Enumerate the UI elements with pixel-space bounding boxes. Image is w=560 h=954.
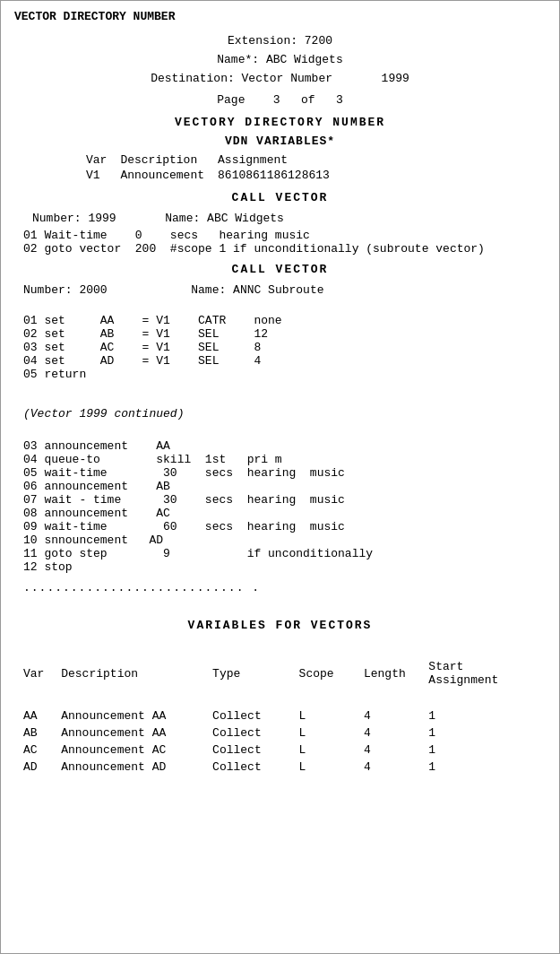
cv1-line-1: 01 Wait-time 0 secs hearing music: [23, 229, 546, 242]
cv2-name-value: ANNC Subroute: [233, 283, 323, 297]
vars-header-scope: Scope: [299, 658, 364, 690]
vars-type-ac: Collect: [212, 742, 299, 759]
cv2-number-label: Number:: [23, 283, 73, 297]
vars-row-ac: AC Announcement AC Collect L 4 1: [23, 742, 537, 759]
cv-cont-line-9: 11 goto step 9 if unconditionally: [23, 547, 546, 560]
cv-cont-line-5: 07 wait - time 30 secs hearing music: [23, 493, 546, 507]
cv-cont-line-7: 09 wait-time 60 secs hearing music: [23, 520, 546, 533]
header-info: Extension: 7200 Name*: ABC Widgets Desti…: [14, 32, 546, 88]
vars-var-aa: AA: [23, 707, 61, 724]
vars-length-aa: 4: [364, 707, 428, 724]
cv-cont-line-8: 10 snnouncement AD: [23, 533, 546, 547]
vdn-var-1: V1: [86, 169, 120, 184]
vars-type-aa: Collect: [212, 707, 299, 724]
vdn-desc-1: Announcement: [120, 169, 218, 184]
cv1-name-value: ABC Widgets: [207, 212, 284, 225]
vars-spacer-row: [23, 690, 537, 707]
vars-row-ab: AB Announcement AA Collect L 4 1: [23, 724, 537, 742]
vars-scope-aa: L: [299, 707, 364, 724]
call-vector-title-2: CALL VECTOR: [14, 263, 546, 276]
vars-start-ac: 1: [428, 742, 537, 759]
cv1-number-value: 1999: [88, 212, 116, 225]
cv2-line-5: 05 return: [23, 368, 546, 381]
call-vector-title-1: CALL VECTOR: [14, 191, 546, 204]
cv-cont-line-2: 04 queue-to skill 1st pri m: [23, 453, 546, 466]
cv-cont-line-6: 08 announcement AC: [23, 507, 546, 520]
vars-desc-ad: Announcement AD: [61, 759, 212, 776]
vars-scope-ad: L: [299, 759, 364, 776]
vdn-assign-1: 8610861186128613: [218, 169, 343, 184]
cv-continued-lines: 03 announcement AA 04 queue-to skill 1st…: [14, 439, 546, 574]
vars-desc-aa: Announcement AA: [61, 707, 212, 724]
cv2-number-value: 2000: [79, 283, 107, 297]
vdn-header-desc: Description: [120, 153, 218, 169]
vector-continued: (Vector 1999 continued): [23, 407, 537, 421]
section1-title: VECTORY DIRECTORY NUMBER: [14, 116, 546, 129]
name-line: Name*: ABC Widgets: [14, 51, 546, 70]
vars-var-ac: AC: [23, 742, 61, 759]
vars-header-start: Start Assignment: [428, 658, 537, 690]
cv-cont-line-10: 12 stop: [23, 560, 546, 574]
cv2-line-4: 04 set AD = V1 SEL 4: [23, 354, 546, 368]
page-current: 3: [273, 93, 280, 107]
vars-header-desc: Description: [61, 658, 212, 690]
call-vector-2: Number: 2000 Name: ANNC Subroute 01 set …: [14, 283, 546, 381]
page: VECTOR DIRECTORY NUMBER Extension: 7200 …: [0, 0, 560, 954]
destination-line: Destination: Vector Number 1999: [14, 70, 546, 89]
cv-cont-line-3: 05 wait-time 30 secs hearing music: [23, 466, 546, 480]
vars-length-ac: 4: [364, 742, 428, 759]
vars-length-ab: 4: [364, 724, 428, 742]
vars-title: VARIABLES FOR VECTORS: [14, 619, 546, 632]
variables-table: Var Description Type Scope Length Start …: [23, 658, 537, 776]
cv1-number-label: Number:: [32, 212, 82, 225]
vars-row-ad: AD Announcement AD Collect L 4 1: [23, 759, 537, 776]
name-value: ABC Widgets: [266, 53, 343, 66]
vars-var-ab: AB: [23, 724, 61, 742]
extension-value: 7200: [305, 34, 332, 48]
vars-scope-ab: L: [299, 724, 364, 742]
vars-header-length: Length: [364, 658, 428, 690]
vdn-vars-title: VDN VARIABLES*: [14, 134, 546, 148]
cv1-header: Number: 1999 Name: ABC Widgets: [32, 212, 546, 225]
vars-header-row: Var Description Type Scope Length Start …: [23, 658, 537, 690]
page-number: Page 3 of 3: [14, 93, 546, 107]
cv1-name-label: Name:: [165, 212, 200, 225]
vars-start-aa: 1: [428, 707, 537, 724]
cv2-header: Number: 2000 Name: ANNC Subroute: [23, 283, 546, 297]
cv-cont-line-4: 06 announcement AB: [23, 480, 546, 493]
page-total: 3: [336, 93, 343, 107]
dots-line: ............................ .: [23, 581, 537, 594]
vars-row-aa: AA Announcement AA Collect L 4 1: [23, 707, 537, 724]
vars-type-ab: Collect: [212, 724, 299, 742]
name-label: Name*:: [217, 53, 259, 66]
cv2-name-label: Name:: [191, 283, 226, 297]
variables-table-container: Var Description Type Scope Length Start …: [14, 658, 546, 776]
cv2-line-2: 02 set AB = V1 SEL 12: [23, 327, 546, 341]
vars-type-ad: Collect: [212, 759, 299, 776]
vars-start-ab: 1: [428, 724, 537, 742]
destination-label: Destination: Vector Number: [151, 72, 332, 85]
cv2-line-1: 01 set AA = V1 CATR none: [23, 314, 546, 327]
vdn-header-assign: Assignment: [218, 153, 343, 169]
cv2-line-3: 03 set AC = V1 SEL 8: [23, 341, 546, 354]
vars-scope-ac: L: [299, 742, 364, 759]
vdn-row-1: V1 Announcement 8610861186128613: [86, 169, 343, 184]
page-title: VECTOR DIRECTORY NUMBER: [14, 10, 546, 23]
vars-header-var: Var: [23, 658, 61, 690]
vdn-vars-table: Var Description Assignment V1 Announceme…: [86, 153, 546, 184]
extension-line: Extension: 7200: [14, 32, 546, 51]
vars-desc-ab: Announcement AA: [61, 724, 212, 742]
destination-value: 1999: [382, 72, 409, 85]
page-of: of: [301, 93, 315, 107]
cv1-line-2: 02 goto vector 200 #scope 1 if unconditi…: [23, 242, 546, 256]
vdn-header-var: Var: [86, 153, 120, 169]
vars-length-ad: 4: [364, 759, 428, 776]
vars-desc-ac: Announcement AC: [61, 742, 212, 759]
cv-cont-line-1: 03 announcement AA: [23, 439, 546, 453]
vars-header-type: Type: [212, 658, 299, 690]
extension-label: Extension:: [228, 34, 297, 48]
page-label: Page: [217, 93, 245, 107]
call-vector-1: Number: 1999 Name: ABC Widgets 01 Wait-t…: [14, 212, 546, 256]
vars-var-ad: AD: [23, 759, 61, 776]
vars-start-ad: 1: [428, 759, 537, 776]
